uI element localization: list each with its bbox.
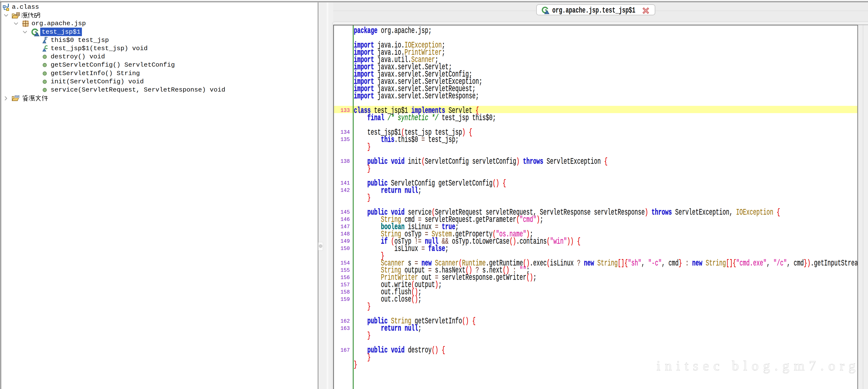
svg-text:010: 010 [15, 95, 19, 98]
